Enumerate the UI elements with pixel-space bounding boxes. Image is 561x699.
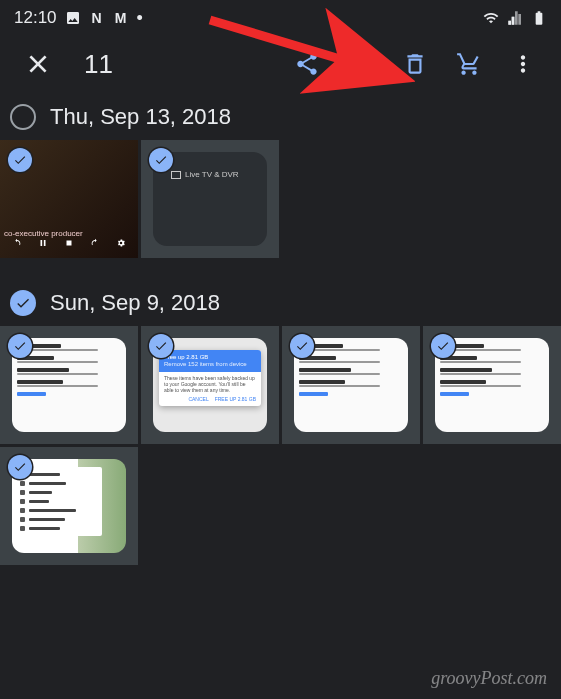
wifi-icon — [483, 10, 499, 26]
selection-checkmark[interactable] — [8, 455, 32, 479]
battery-icon — [531, 10, 547, 26]
date-label: Thu, Sep 13, 2018 — [50, 104, 231, 130]
dialog-cancel: CANCEL — [188, 396, 208, 402]
signal-icon — [507, 10, 523, 26]
photo-thumbnail[interactable] — [423, 326, 561, 444]
dialog-subtitle: Remove 152 items from device — [164, 361, 247, 367]
selection-checkmark[interactable] — [8, 334, 32, 358]
selection-checkmark[interactable] — [290, 334, 314, 358]
selection-app-bar: 11 — [0, 36, 561, 92]
image-icon — [65, 10, 81, 26]
status-bar: 12:10 N M • — [0, 0, 561, 36]
photo-thumbnail[interactable] — [0, 326, 138, 444]
section-select-toggle[interactable] — [10, 290, 36, 316]
order-prints-button[interactable] — [449, 44, 489, 84]
photo-thumbnail[interactable]: Live TV & DVR — [141, 140, 279, 258]
video-controls-icon — [4, 234, 134, 252]
selection-checkmark[interactable] — [8, 148, 32, 172]
thumbnail-caption: Live TV & DVR — [171, 170, 239, 179]
selection-count: 11 — [84, 49, 113, 80]
photo-thumbnail[interactable]: co-executive producer — [0, 140, 138, 258]
photo-row: Free up 2.81 GB Remove 152 items from de… — [0, 322, 561, 585]
dialog-confirm: FREE UP 2.81 GB — [215, 396, 256, 402]
photo-thumbnail[interactable] — [282, 326, 420, 444]
photo-thumbnail[interactable]: Free up 2.81 GB Remove 152 items from de… — [141, 326, 279, 444]
gmail-icon: M — [113, 10, 129, 26]
photo-thumbnail[interactable] — [0, 447, 138, 565]
netflix-icon: N — [89, 10, 105, 26]
selection-checkmark[interactable] — [149, 148, 173, 172]
dialog-title: Free up 2.81 GB — [164, 354, 208, 360]
close-button[interactable] — [18, 44, 58, 84]
dialog-body: These items have been safely backed up t… — [159, 372, 261, 396]
section-select-toggle[interactable] — [10, 104, 36, 130]
watermark: groovyPost.com — [431, 668, 547, 689]
date-label: Sun, Sep 9, 2018 — [50, 290, 220, 316]
selection-checkmark[interactable] — [149, 334, 173, 358]
date-section-header[interactable]: Thu, Sep 13, 2018 — [0, 92, 561, 136]
photo-row: co-executive producer Live TV & DVR — [0, 136, 561, 278]
delete-button[interactable] — [395, 44, 435, 84]
share-button[interactable] — [287, 44, 327, 84]
date-section-header[interactable]: Sun, Sep 9, 2018 — [0, 278, 561, 322]
add-to-button[interactable] — [341, 44, 381, 84]
selection-checkmark[interactable] — [431, 334, 455, 358]
status-time: 12:10 — [14, 8, 57, 28]
more-options-button[interactable] — [503, 44, 543, 84]
photo-grid-content: Thu, Sep 13, 2018 co-executive producer — [0, 92, 561, 585]
